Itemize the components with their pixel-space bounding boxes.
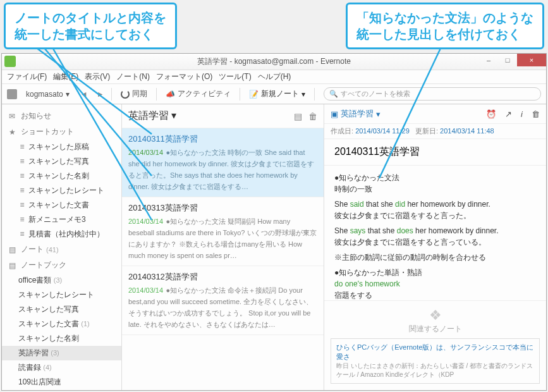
app-icon — [4, 56, 16, 67]
toolbar: kogmasato ▾ ◄ ► 同期 📣 アクティビティ 📝 新規ノート ▾ 🔍… — [2, 84, 546, 104]
shortcut-item[interactable]: ≡スキャンした写真 — [2, 154, 121, 169]
note-title[interactable]: 20140311英語学習 — [324, 139, 546, 166]
shortcut-item[interactable]: ≡スキャンしたレシート — [2, 183, 121, 198]
share-icon[interactable]: ↗ — [505, 109, 512, 119]
shortcut-item[interactable]: ≡スキャンした名刺 — [2, 169, 121, 183]
reminder-icon[interactable]: ⏰ — [486, 109, 496, 119]
note-list-header: 英語学習 ▾ ▤ 🗑 — [122, 104, 324, 128]
maximize-button[interactable]: □ — [498, 54, 517, 66]
sidebar: ✉お知らせ ★ショートカット ≡スキャンした原稿≡スキャンした写真≡スキャンした… — [2, 104, 122, 390]
shortcut-item[interactable]: ≡見積書（社内検討中） — [2, 227, 121, 242]
trash-icon[interactable]: 🗑 — [308, 111, 317, 121]
activity-button[interactable]: 📣 アクティビティ — [162, 87, 234, 101]
new-note-button[interactable]: 📝 新規ノート ▾ — [245, 87, 309, 101]
app-window: 英語学習 - kogmasato@gmail.com - Evernote – … — [1, 53, 547, 391]
avatar-icon — [7, 89, 17, 99]
search-input[interactable]: 🔍 すべてのノートを検索 — [324, 87, 541, 101]
sync-button[interactable]: 同期 — [117, 87, 151, 101]
sidebar-notebooks[interactable]: ▤ノートブック — [2, 257, 121, 273]
menu-file[interactable]: ファイル(F) — [7, 71, 47, 82]
shortcut-item[interactable]: ≡スキャンした文書 — [2, 198, 121, 212]
notebook-item[interactable]: スキャンしたレシート — [2, 288, 121, 302]
sidebar-shortcuts[interactable]: ★ショートカット — [2, 124, 121, 140]
star-icon: ★ — [8, 128, 16, 137]
book-icon: ▤ — [8, 261, 16, 270]
notebook-item[interactable]: スキャンした名刺 — [2, 331, 121, 346]
note-toolbar: ▣ 英語学習 ▾ ⏰ ↗ i 🗑 — [324, 104, 546, 124]
note-list-title[interactable]: 英語学習 ▾ — [128, 109, 176, 123]
delete-icon[interactable]: 🗑 — [532, 109, 540, 119]
user-menu[interactable]: kogmasato ▾ — [22, 89, 73, 100]
menu-tool[interactable]: ツール(T) — [219, 71, 251, 82]
notebook-item[interactable]: 読書録 (4) — [2, 360, 121, 375]
menu-note[interactable]: ノート(N) — [116, 71, 150, 82]
notebook-item[interactable]: 最初のノートブック (9) — [2, 389, 121, 390]
evernote-icon: ❖ — [331, 307, 540, 324]
shortcut-item[interactable]: ≡スキャンした原稿 — [2, 140, 121, 154]
menu-help[interactable]: ヘルプ(H) — [258, 71, 291, 82]
note-dates: 作成日: 2014/03/14 11:29 更新日: 2014/03/14 11… — [324, 124, 546, 139]
window-title: 英語学習 - kogmasato@gmail.com - Evernote — [197, 56, 351, 67]
callout-left: ノートのタイトルと内容を 統一した書式にしておく — [4, 3, 177, 49]
close-button[interactable]: × — [517, 54, 546, 66]
sync-icon — [121, 90, 130, 99]
nav-fwd-button[interactable]: ► — [95, 90, 106, 99]
note-list-item[interactable]: 20140313英語学習2014/03/14 ●知らなかった文法 疑問副詞 Ho… — [122, 197, 324, 266]
note-pane: ▣ 英語学習 ▾ ⏰ ↗ i 🗑 作成日: 2014/03/14 11:29 更… — [324, 104, 546, 390]
menu-edit[interactable]: 編集(E) — [53, 71, 78, 82]
notebook-item[interactable]: スキャンした写真 — [2, 302, 121, 317]
note-list-panel: 英語学習 ▾ ▤ 🗑 20140311英語学習2014/03/14 ●知らなかっ… — [122, 104, 324, 390]
menu-bar: ファイル(F) 編集(E) 表示(V) ノート(N) フォーマット(O) ツール… — [2, 70, 546, 84]
info-icon[interactable]: i — [521, 109, 523, 119]
titlebar: 英語学習 - kogmasato@gmail.com - Evernote – … — [2, 54, 546, 70]
note-list-item[interactable]: 20140311英語学習2014/03/14 ●知らなかった文法 時制の一致 S… — [122, 128, 324, 197]
callout-right: 「知らなかった文法」のような 統一した見出しを付けておく — [346, 3, 544, 49]
notebook-item[interactable]: 109出店関連 — [2, 375, 121, 389]
shortcut-item[interactable]: ≡新メニューメモ3 — [2, 212, 121, 227]
note-body[interactable]: ●知らなかった文法時制の一致 She said that she did her… — [324, 166, 546, 300]
menu-format[interactable]: フォーマット(O) — [156, 71, 212, 82]
related-notes: ❖ 関連するノート ひらくPCバッグ（Evernote版）は、サンフランシスコで… — [324, 300, 546, 390]
view-options-icon[interactable]: ▤ — [294, 111, 302, 121]
note-list-item[interactable]: 20140312英語学習2014/03/14 ●知らなかった文法 命令法＋接続詞… — [122, 266, 324, 335]
nav-back-button[interactable]: ◄ — [78, 90, 90, 99]
minimize-button[interactable]: – — [479, 54, 498, 66]
notebook-selector[interactable]: ▣ 英語学習 ▾ — [331, 108, 381, 119]
sidebar-announce[interactable]: ✉お知らせ — [2, 108, 121, 124]
notebook-item[interactable]: スキャンした文書 (1) — [2, 317, 121, 331]
notebook-item[interactable]: office書類 (3) — [2, 273, 121, 288]
sidebar-notes[interactable]: ▤ノート (41) — [2, 242, 121, 257]
related-card[interactable]: ひらくPCバッグ（Evernote版）は、サンフランシスコで本当に愛さ 昨日 い… — [331, 338, 540, 384]
menu-view[interactable]: 表示(V) — [85, 71, 110, 82]
note-icon: ▤ — [8, 245, 16, 254]
notebook-item[interactable]: 英語学習 (3) — [2, 346, 121, 360]
chat-icon: ✉ — [8, 112, 16, 121]
